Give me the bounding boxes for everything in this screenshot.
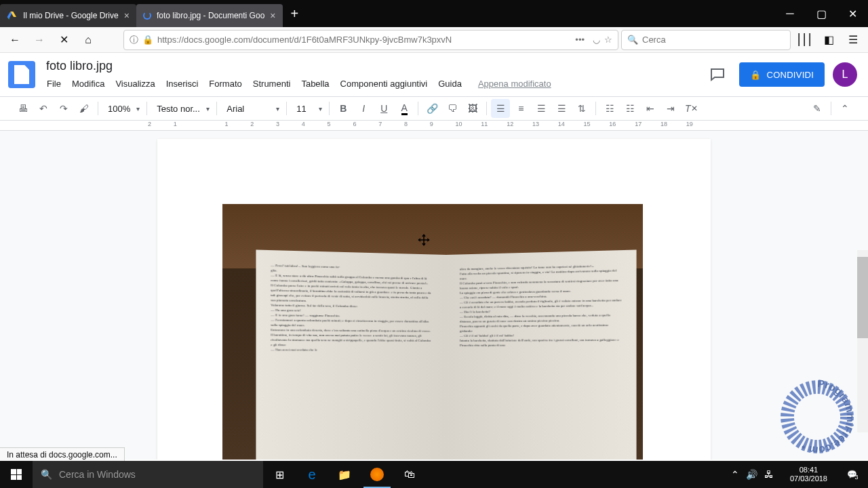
toolbar: 🖶 ↶ ↷ 🖌 100% Testo nor... Arial 11 B I U… (0, 96, 868, 121)
last-modified[interactable]: Appena modificato (473, 76, 556, 92)
menu-help[interactable]: Guida (433, 76, 467, 92)
minimize-button[interactable]: ─ (774, 0, 806, 27)
home-button[interactable]: ⌂ (77, 29, 99, 51)
text-color-button[interactable]: A (395, 99, 414, 118)
link-button[interactable]: 🔗 (422, 99, 441, 118)
network-icon[interactable]: 🖧 (764, 469, 774, 480)
search-input[interactable] (642, 35, 785, 45)
browser-tab-strip: Il mio Drive - Google Drive × foto libro… (0, 0, 868, 27)
search-icon: 🔍 (41, 469, 52, 480)
align-right-button[interactable]: ☰ (532, 99, 551, 118)
zoom-select[interactable]: 100% (102, 100, 142, 117)
menu-view[interactable]: Visualizza (111, 76, 159, 92)
share-button[interactable]: 🔒 CONDIVIDI (739, 62, 825, 87)
stop-button[interactable]: ✕ (53, 29, 75, 51)
new-tab-button[interactable]: + (283, 6, 307, 22)
menu-icon[interactable]: ☰ (842, 29, 864, 51)
font-size-select[interactable]: 11 (291, 100, 325, 117)
menu-table[interactable]: Tabella (296, 76, 334, 92)
search-box[interactable]: 🔍 (621, 30, 791, 50)
url-box[interactable]: ⓘ 🔒 https://docs.google.com/document/d/1… (123, 30, 618, 50)
page[interactable]: — Peso? tutt'altro!... Son leggiero come… (157, 139, 711, 460)
docs-logo-icon[interactable] (8, 61, 35, 88)
task-view-icon[interactable]: ⊞ (263, 461, 296, 488)
collapse-button[interactable]: ⌃ (835, 99, 854, 118)
document-canvas: 2112345678910111213141516171819 — Peso? … (0, 121, 868, 460)
align-center-button[interactable]: ≡ (511, 99, 530, 118)
undo-button[interactable]: ↶ (34, 99, 53, 118)
url-text: https://docs.google.com/document/d/1F6t0… (157, 35, 571, 45)
address-bar: ← → ✕ ⌂ ⓘ 🔒 https://docs.google.com/docu… (0, 27, 868, 53)
lock-icon: 🔒 (750, 70, 761, 80)
book-page-left: — Peso? tutt'altro!... Son leggiero come… (256, 249, 446, 460)
font-select[interactable]: Arial (221, 100, 282, 117)
redo-button[interactable]: ↷ (54, 99, 73, 118)
menu-format[interactable]: Formato (204, 76, 246, 92)
menu-bar: File Modifica Visualizza Inserisci Forma… (42, 76, 697, 92)
document-title[interactable]: foto libro.jpg (42, 58, 697, 75)
embedded-image[interactable]: — Peso? tutt'altro!... Son leggiero come… (222, 204, 643, 460)
line-spacing-button[interactable]: ⇅ (572, 99, 591, 118)
tab-title: Il mio Drive - Google Drive (23, 11, 119, 20)
taskbar-search[interactable]: 🔍 Cerca in Windows (33, 461, 263, 488)
system-tray: ⌃ 🔊 🖧 08:41 07/03/2018 💬3 (726, 461, 868, 488)
close-window-button[interactable]: ✕ (837, 0, 868, 27)
align-left-button[interactable]: ☰ (491, 99, 510, 118)
docs-header: foto libro.jpg File Modifica Visualizza … (0, 53, 868, 96)
edge-icon[interactable]: e (296, 461, 328, 488)
italic-button[interactable]: I (354, 99, 373, 118)
clock[interactable]: 08:41 07/03/2018 (785, 466, 833, 483)
volume-icon[interactable]: 🔊 (746, 469, 757, 480)
firefox-icon[interactable] (361, 461, 393, 488)
back-button[interactable]: ← (4, 29, 26, 51)
store-icon[interactable]: 🛍 (393, 461, 426, 488)
menu-tools[interactable]: Strumenti (248, 76, 296, 92)
menu-edit[interactable]: Modifica (67, 76, 109, 92)
explorer-icon[interactable]: 📁 (328, 461, 361, 488)
library-icon[interactable]: ⎮⎮⎮ (793, 29, 815, 51)
tray-chevron-icon[interactable]: ⌃ (731, 469, 739, 480)
scroll-thumb[interactable] (857, 257, 868, 338)
browser-tab[interactable]: Il mio Drive - Google Drive × (0, 4, 136, 27)
image-button[interactable]: 🖼 (463, 99, 482, 118)
tab-title: foto libro.jpg - Documenti Goo (157, 11, 264, 20)
underline-button[interactable]: U (374, 99, 393, 118)
clear-format-button[interactable]: T✕ (682, 99, 701, 118)
notifications-icon[interactable]: 💬3 (838, 470, 865, 479)
increase-indent-button[interactable]: ⇥ (661, 99, 680, 118)
print-button[interactable]: 🖶 (14, 99, 33, 118)
style-select[interactable]: Testo nor... (151, 100, 212, 117)
maximize-button[interactable]: ▢ (806, 0, 837, 27)
editing-mode-button[interactable]: ✎ (808, 99, 827, 118)
loading-icon (143, 12, 151, 20)
info-icon: ⓘ (130, 34, 138, 46)
align-justify-button[interactable]: ☰ (552, 99, 571, 118)
bold-button[interactable]: B (334, 99, 353, 118)
bulleted-list-button[interactable]: ☷ (620, 99, 639, 118)
decrease-indent-button[interactable]: ⇤ (641, 99, 660, 118)
comments-button[interactable] (704, 61, 731, 88)
paint-format-button[interactable]: 🖌 (75, 99, 94, 118)
ruler[interactable]: 2112345678910111213141516171819 (0, 121, 868, 131)
close-icon[interactable]: × (124, 10, 130, 21)
avatar[interactable]: L (833, 62, 857, 87)
browser-tab[interactable]: foto libro.jpg - Documenti Goo × (136, 4, 283, 27)
pocket-icon[interactable]: ◡ (593, 35, 600, 45)
more-icon[interactable]: ••• (575, 35, 585, 45)
bookmark-icon[interactable]: ☆ (604, 35, 612, 45)
drive-icon (7, 10, 18, 21)
menu-insert[interactable]: Inserisci (161, 76, 203, 92)
forward-button[interactable]: → (28, 29, 50, 51)
scrollbar[interactable] (857, 250, 868, 432)
menu-addons[interactable]: Componenti aggiuntivi (336, 76, 433, 92)
comment-button[interactable]: 🗨 (443, 99, 462, 118)
close-icon[interactable]: × (270, 10, 275, 21)
start-button[interactable] (0, 461, 33, 488)
window-controls: ─ ▢ ✕ (774, 0, 868, 27)
menu-file[interactable]: File (42, 76, 66, 92)
search-icon: 🔍 (627, 35, 638, 45)
sidebar-icon[interactable]: ◧ (818, 29, 840, 51)
numbered-list-button[interactable]: ☷ (600, 99, 619, 118)
browser-status: In attesa di docs.google.com... (0, 447, 125, 462)
taskbar: 🔍 Cerca in Windows ⊞ e 📁 🛍 ⌃ 🔊 🖧 08:41 0… (0, 461, 868, 488)
